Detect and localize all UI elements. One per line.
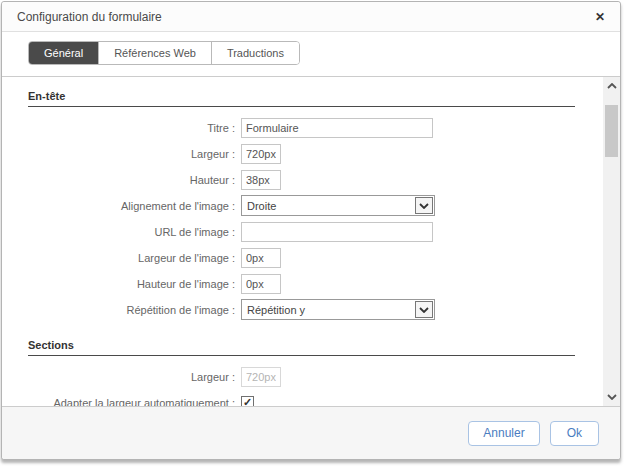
form-row-largeur-image: Largeur de l'image : xyxy=(28,247,603,268)
chevron-up-icon xyxy=(607,83,617,89)
largeur-image-label: Largeur de l'image : xyxy=(28,252,241,264)
hauteur-image-label: Hauteur de l'image : xyxy=(28,278,241,290)
url-image-label: URL de l'image : xyxy=(28,226,241,238)
tab-traductions[interactable]: Traductions xyxy=(212,42,299,64)
largeur-input[interactable] xyxy=(241,144,281,164)
tab-references-web[interactable]: Références Web xyxy=(99,42,212,64)
hauteur-input[interactable] xyxy=(241,170,281,190)
ok-button[interactable]: Ok xyxy=(550,421,599,446)
adapter-largeur-checkbox[interactable]: ✓ xyxy=(241,396,254,406)
form-row-alignement: Alignement de l'image : Droite xyxy=(28,195,603,216)
dialog-titlebar: Configuration du formulaire ✕ xyxy=(2,2,620,32)
repetition-image-select[interactable]: Répétition y xyxy=(241,299,435,320)
form-scroll-area: En-tête Titre : Largeur : Hauteur : Alig… xyxy=(2,77,603,406)
form-row-titre: Titre : xyxy=(28,117,603,138)
checkmark-icon: ✓ xyxy=(243,397,252,406)
sections-largeur-input xyxy=(241,367,281,387)
adapter-largeur-label: Adapter la largeur automatiquement : xyxy=(28,397,241,407)
tab-group: Général Références Web Traductions xyxy=(28,41,300,65)
scrollbar-thumb[interactable] xyxy=(605,105,618,157)
titre-label: Titre : xyxy=(28,122,241,134)
hauteur-label: Hauteur : xyxy=(28,174,241,186)
scroll-down-button[interactable] xyxy=(603,389,620,405)
dialog-footer: Annuler Ok xyxy=(2,407,620,459)
section-rule xyxy=(28,355,575,356)
chevron-down-icon xyxy=(415,301,433,318)
chevron-down-icon xyxy=(415,197,433,214)
vertical-scrollbar[interactable] xyxy=(603,77,620,406)
titre-input[interactable] xyxy=(241,118,433,138)
tab-strip: Général Références Web Traductions xyxy=(2,32,620,76)
sections-largeur-label: Largeur : xyxy=(28,371,241,383)
tab-general[interactable]: Général xyxy=(29,42,99,64)
form-row-url-image: URL de l'image : xyxy=(28,221,603,242)
form-row-sections-largeur: Largeur : xyxy=(28,366,603,387)
form-content-panel: En-tête Titre : Largeur : Hauteur : Alig… xyxy=(2,76,620,407)
repetition-image-label: Répétition de l'image : xyxy=(28,304,241,316)
alignement-select[interactable]: Droite xyxy=(241,195,435,216)
repetition-selected-value: Répétition y xyxy=(247,304,305,316)
cancel-button[interactable]: Annuler xyxy=(468,421,539,446)
dialog-title: Configuration du formulaire xyxy=(17,10,595,24)
alignement-selected-value: Droite xyxy=(247,200,276,212)
alignement-label: Alignement de l'image : xyxy=(28,200,241,212)
form-row-repetition-image: Répétition de l'image : Répétition y xyxy=(28,299,603,320)
form-row-hauteur-image: Hauteur de l'image : xyxy=(28,273,603,294)
url-image-input[interactable] xyxy=(241,222,433,242)
scroll-up-button[interactable] xyxy=(603,78,620,94)
section-rule xyxy=(28,106,575,107)
largeur-label: Largeur : xyxy=(28,148,241,160)
form-row-largeur: Largeur : xyxy=(28,143,603,164)
largeur-image-input[interactable] xyxy=(241,248,281,268)
section-heading-sections: Sections xyxy=(28,339,603,351)
form-row-adapter-largeur: Adapter la largeur automatiquement : ✓ xyxy=(28,392,603,406)
form-row-hauteur: Hauteur : xyxy=(28,169,603,190)
close-icon[interactable]: ✕ xyxy=(595,11,605,23)
chevron-down-icon xyxy=(607,394,617,400)
section-heading-entete: En-tête xyxy=(28,90,603,102)
hauteur-image-input[interactable] xyxy=(241,274,281,294)
configuration-dialog: Configuration du formulaire ✕ Général Ré… xyxy=(1,1,621,460)
